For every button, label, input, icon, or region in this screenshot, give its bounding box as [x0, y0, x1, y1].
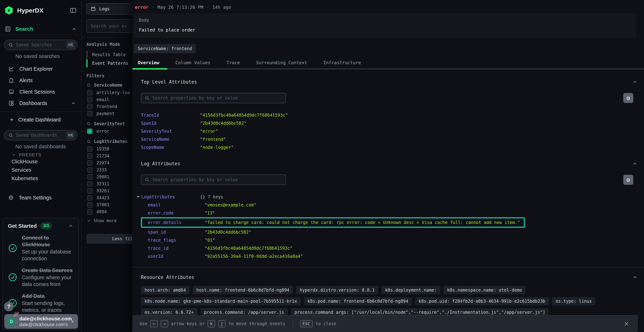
saved-dashboards-field[interactable] [16, 133, 64, 138]
attribute-value[interactable]: 01 [205, 238, 215, 243]
hyperdx-logo[interactable]: HyperDX [5, 6, 44, 15]
checkbox[interactable] [87, 174, 92, 180]
settings-button[interactable]: ⚙ [623, 93, 633, 103]
attribute-value[interactable]: error [200, 129, 218, 134]
preset-kubernetes[interactable]: Kubernetes [0, 174, 82, 183]
sidebar-item-chart-explorer[interactable]: Chart Explorer [0, 63, 82, 74]
attribute-key[interactable]: email [148, 202, 205, 208]
sidebar-item-client-sessions[interactable]: Client Sessions [0, 86, 82, 98]
attribute-key[interactable]: span_id [148, 230, 205, 235]
resource-chip[interactable]: k8s.namespace.name: otel-demo [444, 286, 526, 294]
attribute-row[interactable]: userId92a55156-39a4-11f0-8ddd-a2eca416a8… [141, 252, 639, 260]
checkbox[interactable] [87, 167, 92, 172]
collapse-sidebar-icon[interactable] [70, 7, 77, 14]
checkbox[interactable] [87, 195, 92, 200]
attribute-row[interactable]: trace_flags01 [141, 236, 639, 244]
attribute-value[interactable]: 4156d3fbc40a64854d9dc7f68641593c [200, 113, 288, 118]
resource-chip[interactable]: hyperdx.distro.version: 0.8.1 [296, 286, 378, 294]
checkbox[interactable] [87, 160, 92, 166]
attribute-value[interactable]: failed to charge card: could not charge … [205, 220, 520, 225]
resource-chip[interactable]: os.type: linux [552, 297, 595, 305]
attribute-row[interactable]: TraceId4156d3fbc40a64854d9dc7f68641593c [141, 111, 639, 119]
attribute-key[interactable]: ScopeName [141, 145, 200, 150]
sidebar-item-dashboards[interactable]: Dashboards [0, 98, 82, 109]
get-started-step[interactable]: Create Data Sources Configure where your… [8, 267, 74, 288]
attribute-value[interactable]: 2b43d0c4dd6bc582 [205, 230, 251, 235]
checkbox[interactable] [87, 209, 92, 214]
attribute-row[interactable]: error.code13 [141, 209, 639, 217]
attribute-value[interactable]: 13 [205, 210, 215, 216]
property-search-input[interactable] [152, 96, 282, 100]
sidebar-item-team-settings[interactable]: ⚙ Team Settings [0, 192, 82, 204]
get-started-step[interactable]: Connect to ClickHouse Set up your databa… [8, 234, 74, 262]
resource-chip[interactable]: k8s.pod.name: frontend-6b6c8d7bfd-ng894 [304, 297, 412, 305]
chevron-up-icon[interactable] [72, 26, 77, 32]
attribute-row[interactable]: SeverityTexterror [141, 127, 639, 135]
attribute-row[interactable]: trace_id4156d3fbc40a64854d9dc7f68641593c [141, 244, 639, 252]
attribute-key[interactable]: error.code [148, 210, 205, 216]
checkbox[interactable] [87, 188, 92, 194]
settings-button[interactable]: ⚙ [623, 175, 633, 185]
attribute-key[interactable]: error.details [148, 220, 205, 225]
attribute-value[interactable]: vmoses@example.com [205, 202, 256, 208]
search-icon[interactable] [86, 122, 91, 126]
attribute-row[interactable]: SpanId2b43d0c4dd6bc582 [141, 119, 639, 127]
sidebar-item-alerts[interactable]: Alerts [0, 74, 82, 86]
saved-searches-field[interactable] [16, 42, 64, 48]
resource-chip[interactable]: host.arch: amd64 [141, 286, 190, 294]
attribute-key[interactable]: TraceId [141, 113, 200, 118]
resource-chip[interactable]: k8s.deployment.name: [382, 286, 440, 294]
property-search-box[interactable] [141, 93, 286, 103]
preset-services[interactable]: Services [0, 166, 82, 174]
attribute-row[interactable]: emailvmoses@example.com [141, 201, 639, 209]
presets-toggle[interactable]: PRESETS [12, 152, 82, 158]
checkbox[interactable] [87, 202, 92, 208]
checkbox[interactable] [87, 104, 92, 109]
attribute-value[interactable]: 2b43d0c4dd6bc582 [200, 121, 246, 126]
chevron-up-icon[interactable] [71, 100, 76, 106]
resource-chip[interactable]: k8s.pod.uid: f284fb2d-a0b3-4634-991b-e2c… [415, 297, 549, 305]
checkbox[interactable] [87, 90, 92, 95]
checkbox-checked[interactable] [87, 128, 92, 134]
checkbox[interactable] [87, 111, 92, 116]
service-tag[interactable]: ServiceName: frontend [134, 44, 196, 53]
tab-infrastructure[interactable]: Infrastructure [318, 57, 366, 68]
tab-column-values[interactable]: Column Values [170, 57, 216, 68]
attribute-value[interactable]: frontend [200, 137, 226, 142]
collapse-section-icon[interactable] [632, 274, 638, 280]
preset-clickhouse[interactable]: ClickHouse [0, 158, 82, 166]
resource-chip[interactable]: host.name: frontend-6b6c8d7bfd-ng894 [193, 286, 293, 294]
checkbox[interactable] [87, 153, 92, 159]
tab-overview[interactable]: Overview [132, 57, 164, 68]
checkbox[interactable] [87, 146, 92, 152]
close-icon[interactable] [623, 320, 630, 327]
checkbox[interactable] [87, 97, 92, 102]
collapse-section-icon[interactable] [632, 161, 638, 166]
saved-searches-input[interactable]: ⌘K [4, 40, 78, 50]
nav-search[interactable]: Search [5, 26, 77, 32]
attribute-tree-root[interactable]: LogAttributes {} 7 keys [141, 193, 639, 201]
tab-trace[interactable]: Trace [221, 57, 245, 68]
attribute-value[interactable]: 92a55156-39a4-11f0-8ddd-a2eca416a8a4 [205, 254, 303, 259]
attribute-value[interactable]: 4156d3fbc40a64854d9dc7f68641593c [205, 246, 292, 251]
property-search-box[interactable] [141, 174, 286, 185]
highlighted-attribute-row[interactable]: error.detailsfailed to charge card: coul… [141, 217, 525, 228]
create-dashboard-button[interactable]: Create Dashboard [0, 114, 82, 126]
property-search-input[interactable] [152, 177, 282, 182]
search-icon[interactable] [86, 83, 91, 88]
help-button[interactable]: ? [4, 302, 14, 311]
attribute-key[interactable]: LogAttributes [141, 194, 175, 200]
attribute-row[interactable]: span_id2b43d0c4dd6bc582 [141, 228, 639, 236]
checkbox[interactable] [87, 181, 92, 186]
tab-surrounding-context[interactable]: Surrounding Context [250, 57, 312, 68]
attribute-row[interactable]: error.detailsfailed to charge card: coul… [148, 220, 520, 225]
search-icon[interactable] [86, 139, 91, 144]
attribute-key[interactable]: SpanId [141, 121, 200, 126]
caret-down-icon[interactable] [137, 196, 140, 198]
attribute-row[interactable]: ServiceNamefrontend [141, 135, 639, 143]
attribute-value[interactable]: node-logger [200, 145, 234, 150]
collapse-section-icon[interactable] [632, 79, 638, 84]
resource-chip[interactable]: k8s.node.name: gke-pme-k8s-standard-main… [141, 297, 301, 305]
attribute-row[interactable]: ScopeNamenode-logger [141, 143, 639, 151]
chevron-up-icon[interactable] [68, 223, 74, 228]
